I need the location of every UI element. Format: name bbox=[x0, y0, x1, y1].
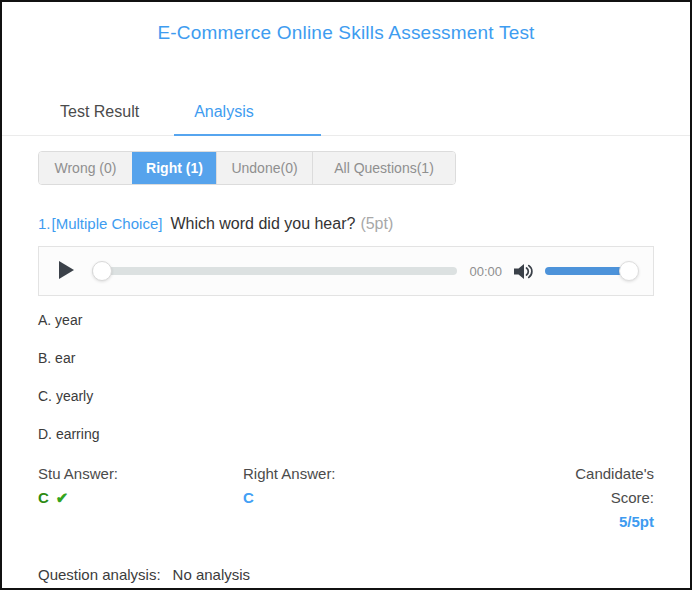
seek-track bbox=[92, 267, 457, 275]
right-answer-value: C bbox=[243, 486, 562, 510]
question-type-tag: [Multiple Choice] bbox=[52, 215, 163, 232]
candidate-score-label: Candidate's Score: bbox=[562, 462, 654, 510]
speaker-icon[interactable] bbox=[514, 263, 535, 280]
play-icon bbox=[59, 261, 74, 282]
question-number: 1. bbox=[38, 215, 51, 232]
filter-all-questions-button[interactable]: All Questions(1) bbox=[312, 152, 455, 184]
question-analysis-label: Question analysis: bbox=[38, 566, 161, 583]
play-button[interactable] bbox=[59, 261, 74, 282]
page-title: E-Commerce Online Skills Assessment Test bbox=[2, 22, 690, 44]
right-answer-label: Right Answer: bbox=[243, 462, 562, 486]
seek-bar[interactable] bbox=[92, 260, 457, 282]
stu-answer-value: C✔ bbox=[38, 486, 243, 510]
right-answer-block: Right Answer: C bbox=[243, 462, 562, 534]
candidate-score-block: Candidate's Score: 5/5pt bbox=[562, 462, 654, 534]
volume-slider[interactable] bbox=[545, 260, 637, 282]
current-time: 00:00 bbox=[469, 264, 502, 279]
tab-analysis[interactable]: Analysis bbox=[174, 103, 321, 136]
question-filter-group: Wrong (0) Right (1) Undone(0) All Questi… bbox=[38, 151, 456, 185]
correct-check-icon: ✔ bbox=[56, 489, 69, 506]
audio-player: 00:00 bbox=[38, 246, 654, 296]
option-a: A. year bbox=[38, 310, 654, 330]
analysis-panel: Wrong (0) Right (1) Undone(0) All Questi… bbox=[2, 136, 690, 583]
volume-handle[interactable] bbox=[619, 261, 639, 281]
filter-wrong-button[interactable]: Wrong (0) bbox=[39, 152, 132, 184]
tab-test-result[interactable]: Test Result bbox=[40, 103, 159, 135]
question-analysis-row: Question analysis:No analysis bbox=[38, 566, 654, 583]
tab-bar: Test Result Analysis bbox=[2, 103, 690, 136]
assessment-page: E-Commerce Online Skills Assessment Test… bbox=[0, 0, 692, 590]
question-points: (5pt) bbox=[360, 215, 393, 233]
options-list: A. year B. ear C. yearly D. earring bbox=[38, 310, 654, 444]
answers-section: Stu Answer: C✔ Right Answer: C Candidate… bbox=[38, 462, 654, 534]
question-text: Which word did you hear? bbox=[170, 215, 355, 233]
candidate-score-value: 5/5pt bbox=[562, 510, 654, 534]
option-c: C. yearly bbox=[38, 386, 654, 406]
option-d: D. earring bbox=[38, 424, 654, 444]
stu-answer-block: Stu Answer: C✔ bbox=[38, 462, 243, 534]
filter-undone-button[interactable]: Undone(0) bbox=[216, 152, 312, 184]
question-header: 1. [Multiple Choice] Which word did you … bbox=[38, 215, 654, 233]
option-b: B. ear bbox=[38, 348, 654, 368]
seek-handle[interactable] bbox=[92, 261, 112, 281]
filter-right-button[interactable]: Right (1) bbox=[132, 152, 216, 184]
stu-answer-label: Stu Answer: bbox=[38, 462, 243, 486]
question-analysis-value: No analysis bbox=[173, 566, 251, 583]
